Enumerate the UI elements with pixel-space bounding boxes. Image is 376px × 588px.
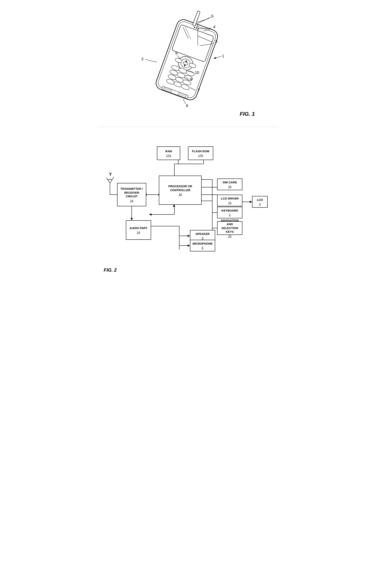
- sim-card-block: SIM CARD 16: [217, 178, 242, 190]
- keyboard-num: 2: [229, 213, 230, 217]
- ram-num: 17a: [166, 154, 171, 157]
- ram-block: RAM 17a: [157, 146, 180, 160]
- microphone-block: MICROPHONE 6: [190, 240, 215, 251]
- svg-text:6: 6: [186, 103, 188, 108]
- keyboard-block: KEYBOARD 2: [217, 207, 242, 218]
- svg-marker-76: [250, 201, 252, 203]
- svg-line-57: [110, 177, 114, 183]
- transmitter-title: TRANSMITTER / RECEIVER CIRCUIT: [119, 187, 144, 198]
- svg-text:3: 3: [215, 39, 217, 44]
- sim-card-num: 16: [228, 185, 231, 188]
- svg-text:8: 8: [175, 51, 178, 55]
- microphone-title: MICROPHONE: [192, 242, 212, 246]
- svg-text:7: 7: [198, 88, 200, 92]
- processor-block: PROCESSOR OR CONTROLLER 18: [159, 175, 202, 205]
- svg-text:1: 1: [222, 54, 224, 58]
- lcd-driver-block: LCD DRIVER 13: [217, 195, 242, 206]
- processor-title: PROCESSOR OR CONTROLLER: [161, 184, 200, 192]
- fig2-label: FIG. 2: [104, 267, 117, 273]
- nav-keys-block: NAVIGATION AND SELECTION KEYS 15: [217, 221, 242, 235]
- block-diagram: Y: [106, 141, 273, 273]
- svg-text:9: 9: [190, 77, 192, 81]
- svg-line-56: [106, 177, 110, 183]
- processor-num: 18: [179, 193, 182, 196]
- lcd-num: 3: [259, 202, 261, 206]
- svg-text:2: 2: [141, 57, 144, 61]
- flash-rom-num: 17b: [198, 154, 203, 157]
- audio-title: AUDIO PART: [130, 226, 147, 230]
- lcd-driver-num: 13: [228, 201, 231, 204]
- svg-line-42: [183, 99, 186, 104]
- lcd-block: LCD 3: [252, 196, 268, 208]
- svg-line-40: [197, 19, 209, 22]
- svg-line-31: [214, 56, 221, 58]
- ram-title: RAM: [165, 149, 172, 153]
- svg-marker-97: [188, 244, 190, 247]
- flash-rom-block: FLASH ROM 17b: [188, 146, 213, 160]
- fig2-container: Y: [98, 133, 278, 281]
- svg-marker-87: [131, 218, 133, 220]
- nav-keys-title: NAVIGATION AND SELECTION KEYS: [219, 218, 240, 234]
- transmitter-block: TRANSMITTER / RECEIVER CIRCUIT 19: [117, 183, 146, 206]
- svg-line-34: [145, 59, 157, 62]
- lcd-driver-title: LCD DRIVER: [221, 196, 239, 200]
- audio-num: 14: [137, 231, 140, 234]
- sim-card-title: SIM CARD: [223, 180, 237, 184]
- nav-keys-num: 15: [228, 235, 231, 238]
- svg-text:10: 10: [195, 70, 199, 75]
- fig1-label: FIG. 1: [240, 111, 278, 117]
- svg-text:5: 5: [211, 14, 213, 18]
- speaker-num: 5: [202, 236, 203, 240]
- svg-marker-95: [188, 235, 190, 237]
- flash-rom-title: FLASH ROM: [192, 149, 209, 153]
- section-divider: [98, 127, 278, 127]
- svg-text:4: 4: [213, 25, 215, 29]
- fig1-drawing: 1 2 3 4 5 6 7 8: [137, 8, 239, 109]
- speaker-title: SPEAKER: [196, 232, 210, 236]
- transmitter-num: 19: [130, 199, 133, 202]
- microphone-num: 6: [202, 246, 203, 250]
- svg-marker-90: [149, 213, 151, 216]
- fig1-container: 1 2 3 4 5 6 7 8: [98, 4, 278, 125]
- audio-block: AUDIO PART 14: [126, 220, 151, 240]
- keyboard-title: KEYBOARD: [221, 209, 238, 213]
- lcd-title: LCD: [257, 198, 263, 202]
- svg-text:Y: Y: [109, 172, 112, 176]
- svg-line-52: [198, 17, 211, 23]
